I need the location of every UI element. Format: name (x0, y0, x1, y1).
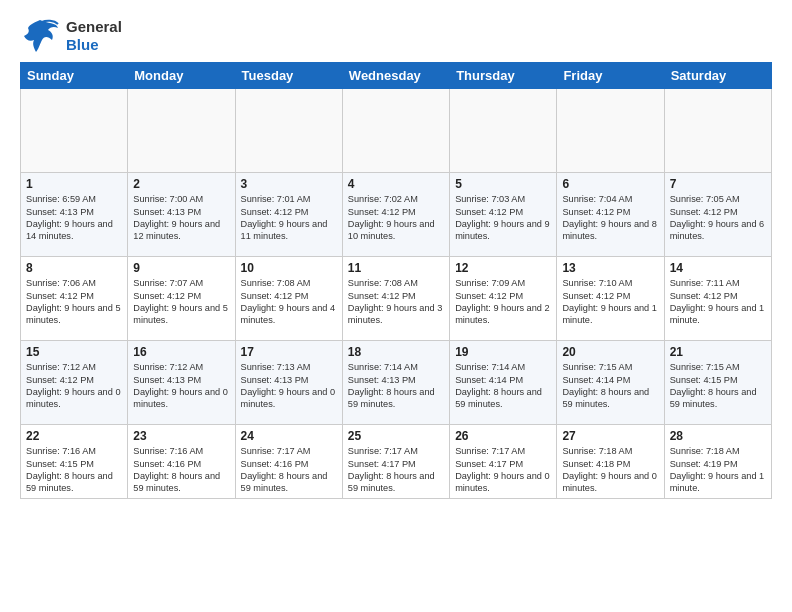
daylight-label: Daylight: 8 hours and 59 minutes. (455, 387, 542, 409)
table-row: 12Sunrise: 7:09 AMSunset: 4:12 PMDayligh… (450, 257, 557, 341)
daylight-label: Daylight: 8 hours and 59 minutes. (348, 387, 435, 409)
table-row (235, 89, 342, 173)
sunset-label: Sunset: 4:12 PM (26, 291, 94, 301)
sunset-label: Sunset: 4:13 PM (241, 375, 309, 385)
sunset-label: Sunset: 4:12 PM (348, 291, 416, 301)
sunrise-label: Sunrise: 7:17 AM (241, 446, 311, 456)
sunset-label: Sunset: 4:12 PM (562, 207, 630, 217)
sunrise-label: Sunrise: 7:06 AM (26, 278, 96, 288)
day-number: 28 (670, 428, 766, 444)
daylight-label: Daylight: 9 hours and 5 minutes. (133, 303, 228, 325)
sunset-label: Sunset: 4:19 PM (670, 459, 738, 469)
table-row: 28Sunrise: 7:18 AMSunset: 4:19 PMDayligh… (664, 425, 771, 499)
table-row: 5Sunrise: 7:03 AMSunset: 4:12 PMDaylight… (450, 173, 557, 257)
day-number: 27 (562, 428, 658, 444)
table-row (342, 89, 449, 173)
day-number: 18 (348, 344, 444, 360)
daylight-label: Daylight: 9 hours and 0 minutes. (455, 471, 550, 493)
sunset-label: Sunset: 4:12 PM (133, 291, 201, 301)
daylight-label: Daylight: 8 hours and 59 minutes. (26, 471, 113, 493)
sunset-label: Sunset: 4:12 PM (241, 207, 309, 217)
col-monday: Monday (128, 63, 235, 89)
sunrise-label: Sunrise: 7:08 AM (348, 278, 418, 288)
day-number: 15 (26, 344, 122, 360)
sunrise-label: Sunrise: 7:04 AM (562, 194, 632, 204)
sunrise-label: Sunrise: 7:00 AM (133, 194, 203, 204)
sunrise-label: Sunrise: 7:13 AM (241, 362, 311, 372)
daylight-label: Daylight: 8 hours and 59 minutes. (133, 471, 220, 493)
day-number: 17 (241, 344, 337, 360)
col-thursday: Thursday (450, 63, 557, 89)
daylight-label: Daylight: 9 hours and 0 minutes. (133, 387, 228, 409)
col-wednesday: Wednesday (342, 63, 449, 89)
sunrise-label: Sunrise: 7:12 AM (133, 362, 203, 372)
sunrise-label: Sunrise: 6:59 AM (26, 194, 96, 204)
table-row: 27Sunrise: 7:18 AMSunset: 4:18 PMDayligh… (557, 425, 664, 499)
daylight-label: Daylight: 9 hours and 6 minutes. (670, 219, 765, 241)
sunset-label: Sunset: 4:13 PM (133, 207, 201, 217)
daylight-label: Daylight: 8 hours and 59 minutes. (348, 471, 435, 493)
day-number: 9 (133, 260, 229, 276)
sunset-label: Sunset: 4:13 PM (133, 375, 201, 385)
day-number: 22 (26, 428, 122, 444)
daylight-label: Daylight: 9 hours and 8 minutes. (562, 219, 657, 241)
table-row: 8Sunrise: 7:06 AMSunset: 4:12 PMDaylight… (21, 257, 128, 341)
table-row (450, 89, 557, 173)
col-tuesday: Tuesday (235, 63, 342, 89)
table-row: 6Sunrise: 7:04 AMSunset: 4:12 PMDaylight… (557, 173, 664, 257)
daylight-label: Daylight: 9 hours and 0 minutes. (26, 387, 121, 409)
table-row: 20Sunrise: 7:15 AMSunset: 4:14 PMDayligh… (557, 341, 664, 425)
sunset-label: Sunset: 4:12 PM (26, 375, 94, 385)
daylight-label: Daylight: 9 hours and 1 minute. (670, 471, 765, 493)
calendar-header-row: Sunday Monday Tuesday Wednesday Thursday… (21, 63, 772, 89)
sunset-label: Sunset: 4:17 PM (455, 459, 523, 469)
day-number: 12 (455, 260, 551, 276)
daylight-label: Daylight: 9 hours and 9 minutes. (455, 219, 550, 241)
table-row: 19Sunrise: 7:14 AMSunset: 4:14 PMDayligh… (450, 341, 557, 425)
day-number: 11 (348, 260, 444, 276)
daylight-label: Daylight: 8 hours and 59 minutes. (241, 471, 328, 493)
sunset-label: Sunset: 4:13 PM (26, 207, 94, 217)
table-row: 15Sunrise: 7:12 AMSunset: 4:12 PMDayligh… (21, 341, 128, 425)
sunrise-label: Sunrise: 7:14 AM (455, 362, 525, 372)
sunrise-label: Sunrise: 7:03 AM (455, 194, 525, 204)
day-number: 25 (348, 428, 444, 444)
col-friday: Friday (557, 63, 664, 89)
day-number: 4 (348, 176, 444, 192)
day-number: 13 (562, 260, 658, 276)
sunrise-label: Sunrise: 7:05 AM (670, 194, 740, 204)
day-number: 16 (133, 344, 229, 360)
sunset-label: Sunset: 4:12 PM (348, 207, 416, 217)
sunrise-label: Sunrise: 7:07 AM (133, 278, 203, 288)
table-row: 2Sunrise: 7:00 AMSunset: 4:13 PMDaylight… (128, 173, 235, 257)
sunrise-label: Sunrise: 7:12 AM (26, 362, 96, 372)
daylight-label: Daylight: 8 hours and 59 minutes. (670, 387, 757, 409)
daylight-label: Daylight: 9 hours and 2 minutes. (455, 303, 550, 325)
sunset-label: Sunset: 4:12 PM (670, 291, 738, 301)
sunrise-label: Sunrise: 7:01 AM (241, 194, 311, 204)
day-number: 14 (670, 260, 766, 276)
table-row: 18Sunrise: 7:14 AMSunset: 4:13 PMDayligh… (342, 341, 449, 425)
day-number: 19 (455, 344, 551, 360)
sunrise-label: Sunrise: 7:14 AM (348, 362, 418, 372)
logo-bird-icon (20, 18, 60, 54)
table-row: 23Sunrise: 7:16 AMSunset: 4:16 PMDayligh… (128, 425, 235, 499)
day-number: 10 (241, 260, 337, 276)
sunrise-label: Sunrise: 7:17 AM (455, 446, 525, 456)
sunset-label: Sunset: 4:16 PM (241, 459, 309, 469)
day-number: 1 (26, 176, 122, 192)
table-row (21, 89, 128, 173)
sunset-label: Sunset: 4:16 PM (133, 459, 201, 469)
day-number: 6 (562, 176, 658, 192)
calendar-table: Sunday Monday Tuesday Wednesday Thursday… (20, 62, 772, 499)
day-number: 5 (455, 176, 551, 192)
daylight-label: Daylight: 9 hours and 0 minutes. (241, 387, 336, 409)
sunrise-label: Sunrise: 7:15 AM (562, 362, 632, 372)
day-number: 8 (26, 260, 122, 276)
table-row (557, 89, 664, 173)
day-number: 3 (241, 176, 337, 192)
daylight-label: Daylight: 9 hours and 14 minutes. (26, 219, 113, 241)
sunset-label: Sunset: 4:14 PM (562, 375, 630, 385)
sunset-label: Sunset: 4:15 PM (670, 375, 738, 385)
page: General Blue Sunday Monday Tuesday Wedne… (0, 0, 792, 612)
